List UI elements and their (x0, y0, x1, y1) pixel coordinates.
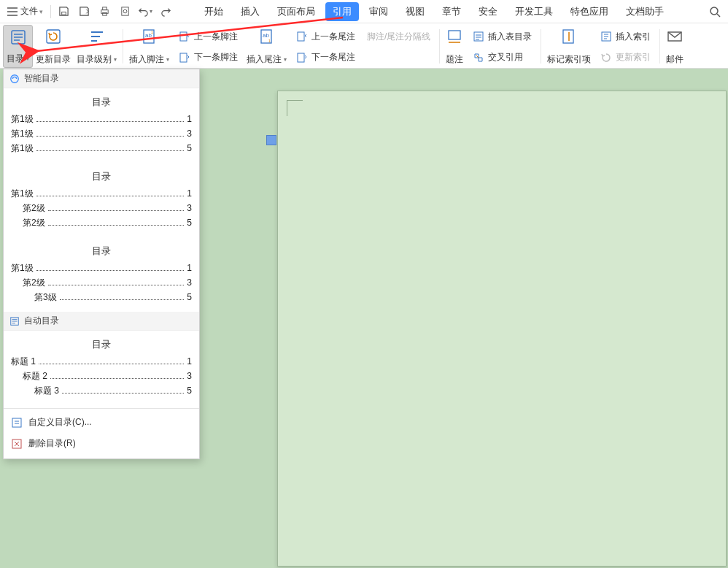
auto-toc-icon (9, 316, 20, 326)
next-footnote-button[interactable]: 下一条脚注 (175, 49, 241, 66)
tab-special[interactable]: 特色应用 (563, 2, 616, 21)
toc-line-page: 1 (187, 114, 192, 124)
ribbon: 目录▾ 更新目录 目录级别▾ ab1 插入脚注▾ 上一条脚注 下一条脚注 (0, 23, 728, 69)
separator (659, 29, 660, 64)
toc-line-label: 标题 2 (23, 370, 47, 383)
prev-footnote-button[interactable]: 上一条脚注 (175, 28, 241, 45)
search-icon[interactable] (705, 1, 725, 22)
app-menu-button[interactable]: 文件 ▾ (3, 2, 47, 21)
toc-line-label: 标题 3 (34, 385, 59, 397)
mail-icon (666, 26, 684, 47)
tab-chapter[interactable]: 章节 (435, 2, 468, 21)
toc-template-auto[interactable]: 目录 标题 11 标题 23 标题 35 (4, 331, 199, 405)
leader-dots (36, 150, 185, 151)
leader-dots (48, 285, 185, 285)
mark-index-label: 标记索引项 (547, 53, 591, 66)
insert-index-icon (600, 30, 613, 43)
redo-icon[interactable] (156, 2, 175, 21)
toc-line-label: 第1级 (11, 262, 34, 275)
toc-line-label: 第1级 (11, 128, 34, 140)
toc-line-page: 3 (187, 128, 192, 139)
update-index-button[interactable]: 更新索引 (597, 49, 654, 66)
tab-dev[interactable]: 开发工具 (508, 2, 560, 21)
print-preview-icon[interactable] (115, 2, 134, 21)
toc-button[interactable]: 目录▾ (3, 25, 33, 68)
svg-rect-13 (180, 53, 187, 62)
prev-endnote-icon (295, 30, 309, 43)
tab-security[interactable]: 安全 (471, 2, 505, 21)
insert-footnote-button[interactable]: ab1 插入脚注▾ (126, 25, 172, 68)
svg-rect-17 (298, 32, 304, 41)
toc-heading: 目录 (11, 96, 192, 109)
next-footnote-label: 下一条脚注 (194, 51, 238, 64)
page-side-handle-icon[interactable] (266, 135, 276, 145)
toc-template-2[interactable]: 目录 第1级1 第2级3 第2级5 (4, 163, 199, 237)
leader-dots (48, 225, 185, 226)
save-as-icon[interactable] (74, 2, 93, 21)
toc-line-page: 5 (187, 292, 192, 302)
tab-review[interactable]: 审阅 (362, 2, 395, 21)
tab-layout[interactable]: 页面布局 (270, 2, 322, 21)
endnote-nav: 上一条尾注 下一条尾注 (290, 25, 361, 68)
tab-references[interactable]: 引用 (325, 2, 359, 21)
svg-point-5 (123, 9, 127, 13)
hamburger-icon (7, 7, 18, 16)
footnote-nav: 上一条脚注 下一条脚注 (172, 25, 244, 68)
tab-start[interactable]: 开始 (197, 2, 231, 21)
ribbon-tabs: 开始 插入 页面布局 引用 审阅 视图 章节 安全 开发工具 特色应用 文档助手 (197, 2, 671, 21)
next-endnote-button[interactable]: 下一条尾注 (293, 49, 358, 66)
svg-rect-18 (298, 53, 304, 62)
tab-view[interactable]: 视图 (398, 2, 432, 21)
print-icon[interactable] (95, 2, 114, 21)
document-page[interactable] (277, 91, 727, 567)
leader-dots (50, 378, 184, 379)
fn-separator-group: 脚注/尾注分隔线 (361, 25, 436, 68)
crossref-icon (472, 51, 485, 64)
mark-index-button[interactable]: 标记索引项 (544, 25, 594, 68)
separator (50, 5, 51, 18)
cross-ref-button[interactable]: 交叉引用 (469, 49, 535, 66)
toc-line-label: 第1级 (11, 113, 34, 126)
separator (123, 29, 123, 64)
endnote-icon: ab1 (258, 26, 276, 47)
insert-index-button[interactable]: 插入索引 (597, 28, 654, 45)
toc-template-1[interactable]: 目录 第1级1 第1级3 第1级5 (4, 88, 199, 163)
custom-toc-label: 自定义目录(C)... (28, 416, 92, 429)
svg-point-6 (710, 7, 718, 15)
insert-index-label: 插入索引 (616, 31, 651, 43)
prev-endnote-button[interactable]: 上一条尾注 (293, 28, 358, 45)
svg-rect-12 (180, 32, 187, 41)
delete-toc-button[interactable]: 删除目录(R) (4, 433, 199, 454)
toc-level-button[interactable]: 目录级别▾ (74, 25, 120, 68)
toc-line-page: 1 (187, 188, 192, 199)
update-toc-button[interactable]: 更新目录 (33, 25, 74, 68)
mail-button[interactable]: 邮件 (663, 25, 686, 68)
toc-template-3[interactable]: 目录 第1级1 第2级3 第3级5 (4, 237, 199, 312)
toc-line-label: 第2级 (23, 217, 45, 229)
delete-toc-icon (11, 438, 23, 450)
delete-toc-label: 删除目录(R) (28, 437, 76, 450)
tab-insert[interactable]: 插入 (233, 2, 267, 21)
toc-line-label: 第1级 (11, 142, 34, 155)
toc-line-page: 1 (187, 263, 192, 273)
leader-dots (36, 196, 185, 196)
custom-toc-button[interactable]: 自定义目录(C)... (4, 412, 199, 433)
caption-button[interactable]: 题注 (443, 25, 466, 68)
toc-heading: 目录 (11, 170, 192, 183)
insert-footnote-label: 插入脚注 (129, 53, 164, 66)
svg-rect-19 (449, 31, 460, 39)
quick-access: ▾ (54, 2, 175, 21)
update-index-label: 更新索引 (616, 51, 651, 64)
fn-separator-button[interactable]: 脚注/尾注分隔线 (364, 28, 433, 45)
insert-fig-toc-button[interactable]: 插入表目录 (469, 28, 535, 45)
tab-dochelper[interactable]: 文档助手 (619, 2, 671, 21)
insert-endnote-button[interactable]: ab1 插入尾注▾ (244, 25, 290, 68)
toc-line-page: 3 (187, 371, 192, 381)
save-icon[interactable] (54, 2, 73, 21)
separator (541, 29, 541, 64)
levels-icon (88, 26, 106, 47)
cross-ref-label: 交叉引用 (488, 51, 523, 64)
undo-icon[interactable]: ▾ (136, 2, 155, 21)
chevron-down-icon: ▾ (166, 56, 169, 63)
leader-dots (36, 121, 185, 122)
